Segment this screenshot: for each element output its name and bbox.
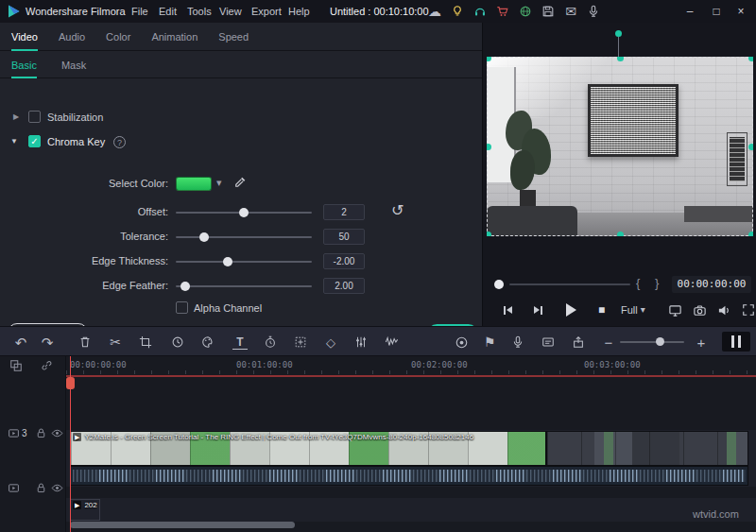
- mark-in-icon[interactable]: {: [636, 276, 640, 290]
- playhead-handle[interactable]: [66, 377, 75, 389]
- menu-edit[interactable]: Edit: [159, 6, 177, 17]
- mail-icon[interactable]: ✉: [563, 4, 578, 19]
- volume-icon[interactable]: [717, 301, 731, 318]
- tolerance-slider[interactable]: [176, 236, 312, 238]
- horizontal-scrollbar[interactable]: [70, 522, 295, 528]
- scrub-track[interactable]: [509, 283, 630, 285]
- close-button[interactable]: ×: [733, 4, 748, 19]
- edge-feather-value[interactable]: 2.00: [323, 278, 365, 294]
- fullscreen-icon[interactable]: [742, 301, 755, 318]
- offset-value[interactable]: 2: [323, 204, 365, 220]
- tab-speed[interactable]: Speed: [218, 23, 249, 51]
- split-scissors-icon[interactable]: ✂: [108, 335, 123, 350]
- headset-icon[interactable]: [472, 4, 488, 19]
- tab-video[interactable]: Video: [11, 23, 38, 51]
- lock-icon[interactable]: [35, 482, 47, 494]
- tab-animation[interactable]: Animation: [151, 23, 198, 51]
- cart-icon[interactable]: [495, 4, 510, 19]
- undo-icon[interactable]: ↶: [13, 335, 28, 350]
- track-height-control[interactable]: [722, 332, 750, 352]
- edge-thickness-value[interactable]: -2.00: [323, 253, 365, 269]
- lock-icon[interactable]: [35, 427, 47, 439]
- batch-edit-icon[interactable]: [541, 335, 556, 350]
- voiceover-mic-icon[interactable]: [510, 335, 525, 350]
- subtab-mask[interactable]: Mask: [61, 52, 86, 78]
- cloud-icon[interactable]: ☁: [427, 4, 442, 19]
- next-frame-button[interactable]: [534, 301, 542, 318]
- preview-video[interactable]: [487, 57, 753, 236]
- chroma-key-checkbox[interactable]: ✓: [28, 135, 41, 147]
- selection-handle-ne[interactable]: [748, 57, 753, 61]
- video-clip[interactable]: [546, 431, 748, 466]
- previous-frame-button[interactable]: [504, 301, 512, 318]
- menu-view[interactable]: View: [219, 6, 242, 17]
- redo-icon[interactable]: ↷: [40, 335, 55, 350]
- audio-denoise-icon[interactable]: [384, 335, 399, 350]
- save-icon[interactable]: [541, 4, 556, 19]
- manage-tracks-icon[interactable]: [9, 359, 23, 372]
- snapshot-camera-icon[interactable]: [693, 301, 707, 318]
- maximize-button[interactable]: □: [709, 4, 724, 19]
- render-preview-icon[interactable]: [454, 335, 469, 350]
- tab-audio[interactable]: Audio: [59, 23, 85, 51]
- mixer-icon[interactable]: [353, 335, 369, 350]
- selection-handle-e[interactable]: [748, 144, 753, 150]
- crop-icon[interactable]: [138, 335, 153, 350]
- export-frame-icon[interactable]: [571, 335, 586, 350]
- timeline-ruler[interactable]: 00:00:00:00 00:01:00:00 00:02:00:00 00:0…: [66, 356, 756, 375]
- scrub-handle[interactable]: [494, 280, 504, 289]
- edge-feather-slider-handle[interactable]: [180, 282, 190, 291]
- subtab-basic[interactable]: Basic: [11, 52, 37, 78]
- transform-icon[interactable]: [293, 335, 308, 350]
- tab-color[interactable]: Color: [106, 23, 130, 51]
- zoom-out-icon[interactable]: −: [601, 335, 616, 350]
- offset-slider[interactable]: [176, 212, 312, 214]
- alpha-channel-checkbox[interactable]: [176, 301, 188, 314]
- reset-values-icon[interactable]: ↺: [391, 203, 404, 218]
- edge-feather-slider[interactable]: [176, 285, 312, 287]
- delete-icon[interactable]: [77, 335, 93, 350]
- menu-help[interactable]: Help: [288, 6, 310, 17]
- menu-tools[interactable]: Tools: [187, 6, 212, 17]
- menu-export[interactable]: Export: [251, 6, 282, 17]
- quality-dropdown[interactable]: Full ▾: [621, 301, 645, 318]
- stop-button[interactable]: ■: [598, 301, 605, 318]
- minimize-button[interactable]: –: [682, 4, 697, 19]
- mark-out-icon[interactable]: }: [655, 276, 659, 290]
- detach-monitor-icon[interactable]: [668, 301, 682, 318]
- mic-icon[interactable]: [586, 4, 601, 19]
- offset-slider-handle[interactable]: [239, 208, 249, 217]
- color-palette-icon[interactable]: [200, 335, 215, 350]
- stabilization-checkbox[interactable]: [28, 111, 41, 123]
- eye-icon[interactable]: [51, 427, 63, 439]
- edge-thickness-slider-handle[interactable]: [223, 257, 232, 266]
- selection-handle-se[interactable]: [748, 232, 753, 236]
- color-swatch[interactable]: [176, 177, 212, 191]
- collapse-arrow-icon[interactable]: ▼: [10, 138, 18, 146]
- zoom-slider-handle[interactable]: [656, 337, 664, 346]
- selection-handle-s[interactable]: [617, 232, 624, 236]
- keyframe-icon[interactable]: ◇: [323, 335, 338, 350]
- chevron-down-icon[interactable]: ▾: [216, 178, 222, 188]
- play-button[interactable]: [566, 301, 576, 318]
- globe-icon[interactable]: [518, 4, 533, 19]
- lightbulb-icon[interactable]: [450, 4, 465, 19]
- link-icon[interactable]: [40, 359, 53, 372]
- duration-timer-icon[interactable]: [263, 335, 278, 350]
- help-icon[interactable]: ?: [113, 136, 126, 148]
- video-clip[interactable]: ▶Y2Mate.is - Green Screen Tutorial - The…: [70, 431, 546, 466]
- video-clip[interactable]: ▶202: [70, 499, 100, 521]
- zoom-in-icon[interactable]: +: [694, 335, 709, 350]
- expand-arrow-icon[interactable]: ▶: [13, 113, 19, 121]
- tolerance-slider-handle[interactable]: [199, 232, 209, 242]
- zoom-slider[interactable]: [620, 341, 684, 343]
- tolerance-value[interactable]: 50: [323, 229, 365, 245]
- eye-icon[interactable]: [51, 482, 63, 494]
- menu-file[interactable]: File: [131, 6, 148, 17]
- marker-flag-icon[interactable]: ⚑: [482, 335, 497, 350]
- advanced-text-icon[interactable]: T: [232, 335, 248, 350]
- rotate-handle[interactable]: [615, 30, 622, 37]
- eyedropper-icon[interactable]: [232, 176, 247, 190]
- selection-handle-sw[interactable]: [487, 232, 491, 236]
- audio-waveform[interactable]: [70, 466, 748, 486]
